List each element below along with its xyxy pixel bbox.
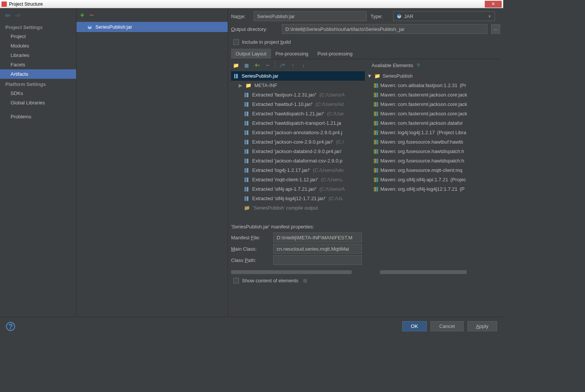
tree-extracted-item[interactable]: Extracted 'jackson-dataformat-csv-2.9.0.… — [231, 156, 365, 165]
type-value: JAR — [404, 14, 413, 19]
available-library-item[interactable]: Maven: org.slf4j:slf4j-api:1.7.21 (Proje… — [365, 175, 500, 184]
show-content-checkbox[interactable] — [233, 278, 239, 283]
add-artifact-icon[interactable]: + — [80, 11, 84, 19]
library-icon — [374, 93, 378, 97]
available-root[interactable]: ▼ 📁 SeriesPublish — [365, 71, 500, 81]
available-elements-tree[interactable]: ▼ 📁 SeriesPublish Maven: com.alibaba:fas… — [365, 71, 500, 220]
extracted-archive-icon — [244, 168, 249, 173]
tree-extracted-item[interactable]: Extracted 'mqtt-client-1.12.jar/' (C:/Us… — [231, 175, 365, 184]
nav-sdks[interactable]: SDKs — [0, 89, 76, 98]
library-icon — [374, 83, 378, 88]
archive-icon — [233, 74, 239, 79]
module-icon — [87, 24, 92, 30]
chevron-down-icon: ▼ — [488, 14, 492, 18]
nav-global-libraries[interactable]: Global Libraries — [0, 98, 76, 107]
tree-extracted-item[interactable]: Extracted 'slf4j-log4j12-1.7.21.jar/' (C… — [231, 194, 365, 203]
tree-compile-output[interactable]: 📁 'SeriesPublish' compile output — [231, 203, 365, 213]
svg-rect-17 — [246, 159, 247, 163]
tree-extracted-item[interactable]: Extracted 'hawtdispatch-1.21.jar/' (C:/U… — [231, 109, 365, 118]
manifest-title: 'SeriesPublish.jar' manifest properties: — [231, 222, 500, 231]
svg-rect-15 — [246, 149, 247, 154]
footer: ? OK Cancel Apply — [0, 317, 503, 335]
remove-artifact-icon[interactable]: − — [90, 11, 94, 20]
artifact-detail-panel: Name: Type: JAR ▼ Output directory: ... … — [228, 8, 503, 317]
library-icon — [374, 102, 378, 107]
manifest-file-input[interactable] — [273, 233, 362, 242]
nav-project[interactable]: Project — [0, 32, 76, 41]
extracted-archive-icon — [244, 187, 249, 192]
back-icon[interactable]: ⇦ — [5, 12, 10, 19]
tree-extracted-item[interactable]: Extracted 'hawtbuf-1.10.jar/' (C:/Users/… — [231, 100, 365, 109]
tree-extracted-item[interactable]: Extracted 'jackson-databind-2.9.0.pr4.ja… — [231, 147, 365, 156]
nav-libraries[interactable]: Libraries — [0, 51, 76, 60]
artifact-item-label: SeriesPublish:jar — [95, 24, 132, 30]
left-scrollbar[interactable] — [231, 270, 365, 274]
output-directory-input[interactable] — [282, 24, 487, 34]
move-down-icon[interactable]: ↓ — [300, 62, 307, 69]
available-library-item[interactable]: Maven: log4j:log4j:1.2.17 (Project Libra — [365, 128, 500, 137]
svg-rect-3 — [246, 93, 247, 97]
help-button[interactable]: ? — [6, 322, 15, 331]
move-up-icon[interactable]: ↑ — [289, 62, 296, 69]
new-archive-icon[interactable]: ▦ — [243, 62, 250, 69]
available-library-item[interactable]: Maven: org.slf4j:slf4j-log4j12:1.7.21 (P — [365, 184, 500, 194]
svg-rect-1 — [235, 74, 236, 78]
main-class-input[interactable] — [273, 244, 362, 254]
tab-post-processing[interactable]: Post-processing — [313, 49, 357, 59]
tree-extracted-item[interactable]: Extracted 'hawtdispatch-transport-1.21.j… — [231, 118, 365, 128]
include-build-checkbox[interactable] — [233, 39, 239, 45]
library-icon — [374, 149, 378, 154]
close-button[interactable]: ✕ — [485, 1, 502, 8]
tree-folder-metainf[interactable]: ▶ 📁 META-INF — [231, 81, 365, 90]
available-library-item[interactable]: Maven: org.fusesource.hawtdispatch:h — [365, 147, 500, 156]
available-library-item[interactable]: Maven: com.fasterxml.jackson.core:jack — [365, 109, 500, 118]
tree-extracted-item[interactable]: Extracted 'jackson-annotations-2.9.0.pr4… — [231, 128, 365, 137]
available-library-item[interactable]: Maven: com.alibaba:fastjson:1.2.31 (Pr — [365, 81, 500, 90]
output-layout-tree[interactable]: SeriesPublish.jar ▶ 📁 META-INF Extracted… — [231, 71, 365, 220]
folder-icon: 📁 — [245, 83, 251, 88]
ok-button[interactable]: OK — [402, 321, 427, 331]
library-icon — [374, 130, 378, 135]
cancel-button[interactable]: Cancel — [430, 321, 464, 331]
available-library-item[interactable]: Maven: org.fusesource.hawtdispatch:h — [365, 156, 500, 165]
name-input[interactable] — [254, 11, 367, 21]
main-class-label: Main Class: — [231, 246, 269, 252]
tree-root-jar[interactable]: SeriesPublish.jar — [231, 71, 365, 81]
tree-extracted-item[interactable]: Extracted 'log4j-1.2.17.jar/' (C:/Users/… — [231, 165, 365, 175]
nav-problems[interactable]: Problems — [0, 112, 76, 121]
browse-button[interactable]: ... — [491, 24, 500, 34]
help-icon[interactable]: ? — [417, 63, 420, 68]
left-sidebar: ⇦ ⇨ Project Settings Project Modules Lib… — [0, 8, 77, 317]
nav-modules[interactable]: Modules — [0, 41, 76, 51]
add-copy-icon[interactable]: +▾ — [254, 62, 260, 69]
available-library-item[interactable]: Maven: org.fusesource.hawtbuf:hawtb — [365, 137, 500, 147]
nav-facets[interactable]: Facets — [0, 60, 76, 69]
tree-extracted-item[interactable]: Extracted 'fastjson-1.2.31.jar/' (C:/Use… — [231, 90, 365, 100]
tab-output-layout[interactable]: Output Layout — [231, 49, 271, 59]
class-path-input[interactable] — [273, 255, 362, 265]
library-icon — [374, 187, 378, 191]
available-library-item[interactable]: Maven: com.fasterxml.jackson.core:jack — [365, 90, 500, 100]
remove-icon[interactable]: − — [264, 62, 271, 69]
name-label: Name: — [231, 14, 250, 19]
caret-right-icon[interactable]: ▶ — [239, 83, 242, 88]
nav-artifacts[interactable]: Artifacts — [0, 69, 76, 79]
tree-extracted-item[interactable]: Extracted 'jackson-core-2.9.0.pr4.jar/' … — [231, 137, 365, 147]
new-folder-icon[interactable]: 📁 — [233, 62, 239, 69]
extracted-archive-icon — [244, 158, 249, 164]
artifact-item[interactable]: SeriesPublish:jar — [77, 22, 228, 32]
extracted-archive-icon — [244, 130, 249, 135]
available-library-item[interactable]: Maven: com.fasterxml.jackson.core:jack — [365, 100, 500, 109]
apply-button[interactable]: Apply — [467, 321, 497, 331]
tree-extracted-item[interactable]: Extracted 'slf4j-api-1.7.21.jar/' (C:/Us… — [231, 184, 365, 194]
sort-icon[interactable]: ↓ªᶻ — [279, 62, 286, 69]
module-folder-icon: 📁 — [374, 73, 380, 79]
forward-icon[interactable]: ⇨ — [15, 12, 20, 19]
expand-icon[interactable]: ⊞ — [303, 278, 307, 283]
right-scrollbar[interactable] — [380, 270, 500, 274]
tab-pre-processing[interactable]: Pre-processing — [271, 49, 313, 59]
available-library-item[interactable]: Maven: com.fasterxml.jackson.datafor — [365, 118, 500, 128]
caret-down-icon[interactable]: ▼ — [367, 73, 372, 79]
type-dropdown[interactable]: JAR ▼ — [393, 11, 495, 21]
available-library-item[interactable]: Maven: org.fusesource.mqtt-client:mq — [365, 165, 500, 175]
